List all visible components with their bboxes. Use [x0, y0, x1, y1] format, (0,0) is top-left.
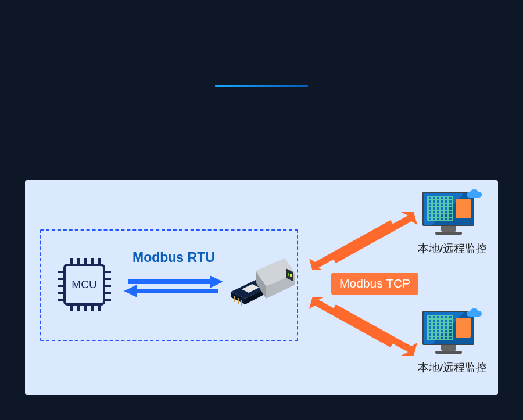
monitor-top: [422, 192, 475, 235]
mcu-chip: MCU: [54, 254, 114, 315]
monitor-stand: [441, 345, 456, 351]
cloud-icon: [465, 307, 483, 319]
svg-marker-39: [332, 304, 417, 356]
svg-marker-37: [309, 220, 394, 270]
svg-rect-35: [290, 274, 292, 277]
svg-marker-22: [124, 285, 218, 297]
svg-marker-21: [128, 275, 223, 288]
monitor-bottom: [422, 311, 475, 354]
orange-arrows-down-icon: [309, 297, 420, 356]
svg-marker-36: [332, 212, 417, 263]
diagram-stage: MCU Modbus RTU: [0, 0, 523, 420]
ethernet-module-icon: [230, 256, 297, 314]
monitor-bottom-label: 本地/远程监控: [418, 360, 487, 375]
cloud-icon: [465, 188, 483, 200]
diagram-panel: MCU Modbus RTU: [25, 180, 498, 395]
monitor-stand: [441, 226, 456, 232]
blue-bidirectional-arrows-icon: [123, 273, 224, 300]
section-divider-bar: [215, 85, 308, 87]
svg-marker-38: [309, 297, 394, 347]
mcu-label: MCU: [54, 254, 114, 315]
orange-arrows-up-icon: [309, 212, 420, 270]
monitor-top-label: 本地/远程监控: [418, 241, 487, 256]
rtu-protocol-label: Modbus RTU: [132, 250, 215, 265]
monitor-base: [435, 351, 462, 354]
monitor-base: [435, 232, 462, 235]
svg-rect-34: [288, 273, 289, 276]
tcp-protocol-badge: Modbus TCP: [331, 273, 418, 295]
